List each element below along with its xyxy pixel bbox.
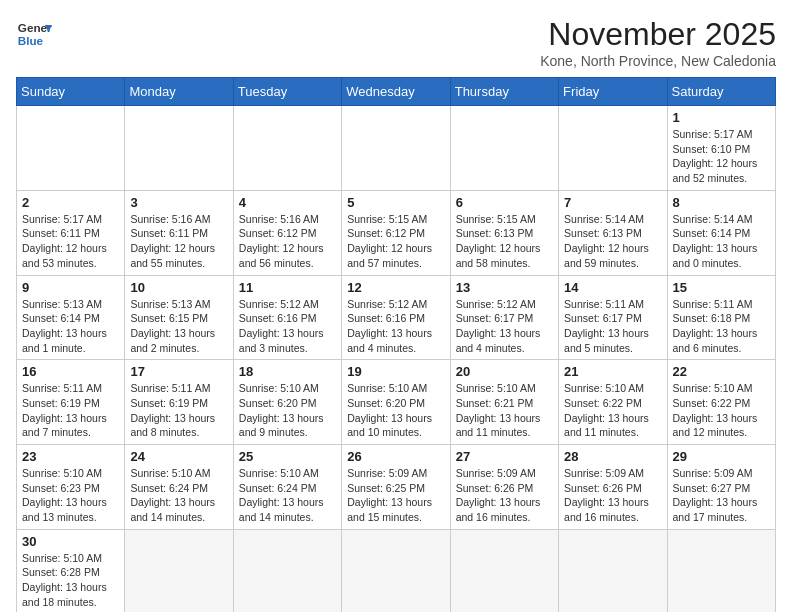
day-info: Sunrise: 5:09 AM Sunset: 6:26 PM Dayligh… (456, 466, 553, 525)
svg-text:Blue: Blue (18, 34, 44, 47)
calendar-cell: 16Sunrise: 5:11 AM Sunset: 6:19 PM Dayli… (17, 360, 125, 445)
day-info: Sunrise: 5:10 AM Sunset: 6:24 PM Dayligh… (130, 466, 227, 525)
day-info: Sunrise: 5:17 AM Sunset: 6:11 PM Dayligh… (22, 212, 119, 271)
calendar-week-2: 2Sunrise: 5:17 AM Sunset: 6:11 PM Daylig… (17, 190, 776, 275)
day-number: 27 (456, 449, 553, 464)
day-number: 30 (22, 534, 119, 549)
calendar-cell: 12Sunrise: 5:12 AM Sunset: 6:16 PM Dayli… (342, 275, 450, 360)
header: General Blue November 2025 Kone, North P… (16, 16, 776, 69)
day-info: Sunrise: 5:10 AM Sunset: 6:23 PM Dayligh… (22, 466, 119, 525)
day-number: 5 (347, 195, 444, 210)
day-info: Sunrise: 5:13 AM Sunset: 6:15 PM Dayligh… (130, 297, 227, 356)
calendar-cell: 9Sunrise: 5:13 AM Sunset: 6:14 PM Daylig… (17, 275, 125, 360)
day-info: Sunrise: 5:11 AM Sunset: 6:18 PM Dayligh… (673, 297, 770, 356)
calendar-cell: 7Sunrise: 5:14 AM Sunset: 6:13 PM Daylig… (559, 190, 667, 275)
calendar-cell: 29Sunrise: 5:09 AM Sunset: 6:27 PM Dayli… (667, 445, 775, 530)
calendar-cell: 25Sunrise: 5:10 AM Sunset: 6:24 PM Dayli… (233, 445, 341, 530)
day-info: Sunrise: 5:17 AM Sunset: 6:10 PM Dayligh… (673, 127, 770, 186)
calendar-cell: 6Sunrise: 5:15 AM Sunset: 6:13 PM Daylig… (450, 190, 558, 275)
calendar-cell: 21Sunrise: 5:10 AM Sunset: 6:22 PM Dayli… (559, 360, 667, 445)
calendar-cell (125, 106, 233, 191)
weekday-header-friday: Friday (559, 78, 667, 106)
day-number: 17 (130, 364, 227, 379)
subtitle: Kone, North Province, New Caledonia (540, 53, 776, 69)
day-number: 4 (239, 195, 336, 210)
logo: General Blue (16, 16, 52, 52)
day-info: Sunrise: 5:09 AM Sunset: 6:25 PM Dayligh… (347, 466, 444, 525)
calendar-cell: 18Sunrise: 5:10 AM Sunset: 6:20 PM Dayli… (233, 360, 341, 445)
calendar-cell: 30Sunrise: 5:10 AM Sunset: 6:28 PM Dayli… (17, 529, 125, 612)
day-info: Sunrise: 5:16 AM Sunset: 6:12 PM Dayligh… (239, 212, 336, 271)
calendar-cell (342, 106, 450, 191)
day-number: 1 (673, 110, 770, 125)
calendar-cell: 4Sunrise: 5:16 AM Sunset: 6:12 PM Daylig… (233, 190, 341, 275)
calendar-cell: 17Sunrise: 5:11 AM Sunset: 6:19 PM Dayli… (125, 360, 233, 445)
calendar-cell (342, 529, 450, 612)
day-info: Sunrise: 5:11 AM Sunset: 6:17 PM Dayligh… (564, 297, 661, 356)
weekday-header-tuesday: Tuesday (233, 78, 341, 106)
day-info: Sunrise: 5:10 AM Sunset: 6:22 PM Dayligh… (673, 381, 770, 440)
day-number: 3 (130, 195, 227, 210)
calendar-week-4: 16Sunrise: 5:11 AM Sunset: 6:19 PM Dayli… (17, 360, 776, 445)
calendar-cell: 23Sunrise: 5:10 AM Sunset: 6:23 PM Dayli… (17, 445, 125, 530)
day-info: Sunrise: 5:10 AM Sunset: 6:22 PM Dayligh… (564, 381, 661, 440)
day-number: 6 (456, 195, 553, 210)
day-info: Sunrise: 5:09 AM Sunset: 6:27 PM Dayligh… (673, 466, 770, 525)
calendar-cell: 28Sunrise: 5:09 AM Sunset: 6:26 PM Dayli… (559, 445, 667, 530)
day-info: Sunrise: 5:11 AM Sunset: 6:19 PM Dayligh… (130, 381, 227, 440)
day-number: 7 (564, 195, 661, 210)
day-number: 8 (673, 195, 770, 210)
day-number: 12 (347, 280, 444, 295)
calendar-cell (450, 529, 558, 612)
day-info: Sunrise: 5:12 AM Sunset: 6:16 PM Dayligh… (347, 297, 444, 356)
day-number: 23 (22, 449, 119, 464)
calendar-cell: 26Sunrise: 5:09 AM Sunset: 6:25 PM Dayli… (342, 445, 450, 530)
calendar-cell (559, 106, 667, 191)
calendar-cell (125, 529, 233, 612)
day-info: Sunrise: 5:10 AM Sunset: 6:21 PM Dayligh… (456, 381, 553, 440)
day-number: 11 (239, 280, 336, 295)
day-info: Sunrise: 5:14 AM Sunset: 6:14 PM Dayligh… (673, 212, 770, 271)
weekday-header-sunday: Sunday (17, 78, 125, 106)
calendar-cell (233, 529, 341, 612)
day-number: 22 (673, 364, 770, 379)
weekday-header-wednesday: Wednesday (342, 78, 450, 106)
calendar-cell: 2Sunrise: 5:17 AM Sunset: 6:11 PM Daylig… (17, 190, 125, 275)
day-number: 21 (564, 364, 661, 379)
day-number: 16 (22, 364, 119, 379)
calendar-cell: 24Sunrise: 5:10 AM Sunset: 6:24 PM Dayli… (125, 445, 233, 530)
calendar-week-1: 1Sunrise: 5:17 AM Sunset: 6:10 PM Daylig… (17, 106, 776, 191)
day-number: 19 (347, 364, 444, 379)
day-info: Sunrise: 5:12 AM Sunset: 6:17 PM Dayligh… (456, 297, 553, 356)
weekday-header-monday: Monday (125, 78, 233, 106)
day-info: Sunrise: 5:10 AM Sunset: 6:24 PM Dayligh… (239, 466, 336, 525)
day-number: 2 (22, 195, 119, 210)
day-info: Sunrise: 5:14 AM Sunset: 6:13 PM Dayligh… (564, 212, 661, 271)
calendar-cell: 8Sunrise: 5:14 AM Sunset: 6:14 PM Daylig… (667, 190, 775, 275)
day-number: 28 (564, 449, 661, 464)
calendar-cell: 20Sunrise: 5:10 AM Sunset: 6:21 PM Dayli… (450, 360, 558, 445)
calendar-cell: 27Sunrise: 5:09 AM Sunset: 6:26 PM Dayli… (450, 445, 558, 530)
day-info: Sunrise: 5:09 AM Sunset: 6:26 PM Dayligh… (564, 466, 661, 525)
day-info: Sunrise: 5:10 AM Sunset: 6:28 PM Dayligh… (22, 551, 119, 610)
calendar-cell: 22Sunrise: 5:10 AM Sunset: 6:22 PM Dayli… (667, 360, 775, 445)
day-number: 18 (239, 364, 336, 379)
calendar-cell: 13Sunrise: 5:12 AM Sunset: 6:17 PM Dayli… (450, 275, 558, 360)
day-info: Sunrise: 5:16 AM Sunset: 6:11 PM Dayligh… (130, 212, 227, 271)
day-number: 26 (347, 449, 444, 464)
logo-icon: General Blue (16, 16, 52, 52)
calendar-cell: 1Sunrise: 5:17 AM Sunset: 6:10 PM Daylig… (667, 106, 775, 191)
day-info: Sunrise: 5:11 AM Sunset: 6:19 PM Dayligh… (22, 381, 119, 440)
calendar-cell: 10Sunrise: 5:13 AM Sunset: 6:15 PM Dayli… (125, 275, 233, 360)
day-info: Sunrise: 5:15 AM Sunset: 6:13 PM Dayligh… (456, 212, 553, 271)
day-info: Sunrise: 5:15 AM Sunset: 6:12 PM Dayligh… (347, 212, 444, 271)
day-number: 9 (22, 280, 119, 295)
day-info: Sunrise: 5:10 AM Sunset: 6:20 PM Dayligh… (347, 381, 444, 440)
calendar-cell (233, 106, 341, 191)
calendar-cell (559, 529, 667, 612)
calendar-cell: 15Sunrise: 5:11 AM Sunset: 6:18 PM Dayli… (667, 275, 775, 360)
day-number: 15 (673, 280, 770, 295)
day-info: Sunrise: 5:10 AM Sunset: 6:20 PM Dayligh… (239, 381, 336, 440)
calendar-week-5: 23Sunrise: 5:10 AM Sunset: 6:23 PM Dayli… (17, 445, 776, 530)
title-area: November 2025 Kone, North Province, New … (540, 16, 776, 69)
